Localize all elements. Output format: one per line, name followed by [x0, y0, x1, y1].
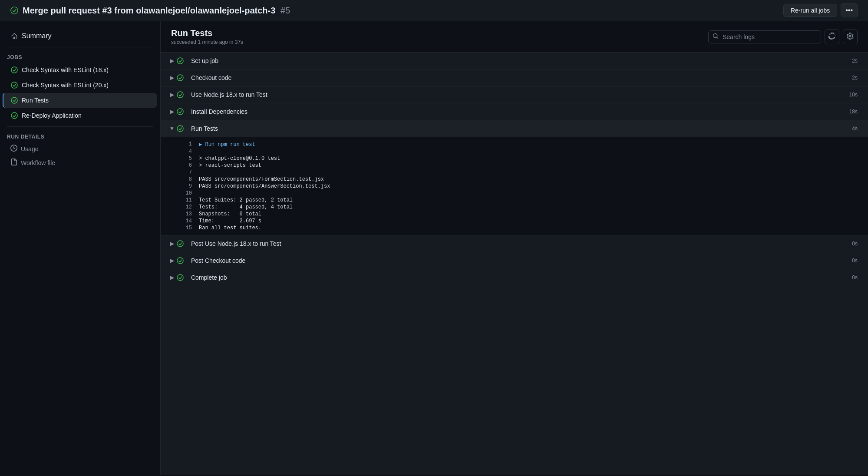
jobs-list: Check Syntax with ESLint (18.x) Check Sy…: [0, 63, 160, 123]
run-detail-usage[interactable]: Usage: [3, 142, 157, 155]
log-line-num: 9: [178, 183, 192, 189]
svg-point-1: [11, 67, 17, 73]
log-line-num: 8: [178, 176, 192, 182]
step-name: Install Dependencies: [191, 108, 849, 115]
log-line-content: PASS src/components/FormSection.test.jsx: [199, 176, 861, 182]
log-line-num: 6: [178, 162, 192, 169]
job-status-icon: [10, 112, 18, 119]
job-status-icon: [10, 96, 18, 104]
svg-point-12: [177, 274, 183, 281]
step-time: 18s: [849, 109, 858, 115]
svg-point-6: [177, 75, 183, 81]
step-row-step-7[interactable]: ▶ Post Checkout code 0s: [161, 252, 868, 269]
steps-container: ▶ Set up job 2s ▶ Checkout code 2s ▶ Use: [161, 53, 868, 475]
step-expand-button[interactable]: ▶: [168, 274, 176, 281]
step-time: 2s: [852, 75, 858, 81]
log-line-content: Tests: 4 passed, 4 total: [199, 204, 861, 210]
step-status-icon: [176, 74, 184, 82]
log-line: 8 PASS src/components/FormSection.test.j…: [161, 176, 868, 183]
log-line-num: 10: [178, 190, 192, 196]
log-line: 4: [161, 148, 868, 155]
steps-list: ▶ Set up job 2s ▶ Checkout code 2s ▶ Use: [161, 53, 868, 286]
svg-point-5: [177, 58, 183, 64]
log-line: 10: [161, 190, 868, 197]
svg-point-3: [11, 97, 17, 103]
step-row-step-1[interactable]: ▶ Set up job 2s: [161, 53, 868, 69]
clock-icon: [10, 145, 17, 153]
step-expand-button[interactable]: ▶: [168, 241, 176, 247]
job-label: Check Syntax with ESLint (18.x): [22, 66, 109, 73]
step-name: Complete job: [191, 274, 852, 281]
more-options-button[interactable]: •••: [841, 3, 858, 17]
step-status-icon: [176, 274, 184, 281]
step-status-icon: [176, 125, 184, 132]
step-row-step-8[interactable]: ▶ Complete job 0s: [161, 269, 868, 286]
job-subtitle: succeeded 1 minute ago in 37s: [171, 39, 243, 45]
step-status-icon: [176, 257, 184, 264]
step-expand-button[interactable]: ▶: [168, 92, 176, 98]
step-time: 0s: [852, 241, 858, 247]
sidebar-item-job-3[interactable]: Run Tests: [3, 93, 157, 108]
log-line-num: 14: [178, 218, 192, 224]
log-output-step-5: 1 ▶ Run npm run test 4 5 > chatgpt-clone…: [161, 137, 868, 235]
log-line-content: Ran all test suites.: [199, 225, 861, 231]
svg-point-11: [177, 258, 183, 264]
step-row-step-5[interactable]: ▼ Run Tests 4s: [161, 120, 868, 137]
log-line-num: 5: [178, 155, 192, 162]
search-logs-input[interactable]: [708, 30, 821, 43]
job-status-icon: [10, 81, 18, 89]
sidebar-item-job-2[interactable]: Check Syntax with ESLint (20.x): [3, 78, 157, 93]
job-header: Run Tests succeeded 1 minute ago in 37s: [161, 21, 868, 53]
svg-point-0: [11, 7, 18, 14]
settings-button[interactable]: [843, 30, 858, 44]
log-line-num: 11: [178, 197, 192, 203]
step-expand-button[interactable]: ▶: [168, 75, 176, 81]
sidebar-item-summary[interactable]: Summary: [3, 29, 157, 43]
refresh-button[interactable]: [825, 30, 839, 44]
log-line-num: 15: [178, 225, 192, 231]
step-expand-button[interactable]: ▶: [168, 258, 176, 264]
log-line: 14 Time: 2.697 s: [161, 218, 868, 225]
svg-point-4: [11, 112, 17, 119]
run-detail-label: Usage: [21, 145, 38, 152]
file-icon: [10, 159, 17, 167]
job-header-right: [708, 30, 858, 44]
svg-point-10: [177, 241, 183, 247]
step-name: Checkout code: [191, 74, 852, 81]
search-icon: [713, 33, 719, 40]
log-line-content: > chatgpt-clone@0.1.0 test: [199, 155, 861, 162]
step-time: 0s: [852, 274, 858, 281]
sidebar-item-job-4[interactable]: Re-Deploy Application: [3, 108, 157, 123]
top-bar-right: Re-run all jobs •••: [783, 3, 858, 17]
search-logs-container: [708, 30, 821, 43]
rerun-all-jobs-button[interactable]: Re-run all jobs: [783, 4, 837, 17]
step-status-icon: [176, 240, 184, 248]
step-row-step-2[interactable]: ▶ Checkout code 2s: [161, 69, 868, 86]
run-detail-workflow[interactable]: Workflow file: [3, 156, 157, 169]
step-expand-button[interactable]: ▶: [168, 109, 176, 115]
step-name: Run Tests: [191, 125, 852, 132]
step-expand-button[interactable]: ▶: [168, 58, 176, 64]
step-status-icon: [176, 57, 184, 65]
log-line: 12 Tests: 4 passed, 4 total: [161, 204, 868, 211]
log-line-content: Time: 2.697 s: [199, 218, 861, 224]
log-line: 1 ▶ Run npm run test: [161, 141, 868, 148]
step-expand-button[interactable]: ▼: [168, 126, 176, 132]
jobs-section-title: Jobs: [0, 51, 160, 62]
step-status-icon: [176, 108, 184, 116]
run-details-section-title: Run details: [0, 130, 160, 142]
log-line: 13 Snapshots: 0 total: [161, 211, 868, 218]
main-layout: Summary Jobs Check Syntax with ESLint (1…: [0, 21, 868, 475]
step-row-step-4[interactable]: ▶ Install Dependencies 18s: [161, 103, 868, 120]
step-row-step-6[interactable]: ▶ Post Use Node.js 18.x to run Test 0s: [161, 235, 868, 252]
sidebar-divider-2: [7, 126, 153, 127]
log-line: 7: [161, 169, 868, 176]
step-row-step-3[interactable]: ▶ Use Node.js 18.x to run Test 10s: [161, 86, 868, 103]
job-header-left: Run Tests succeeded 1 minute ago in 37s: [171, 28, 243, 45]
top-bar-left: Merge pull request #3 from olawanlejoel/…: [10, 6, 290, 16]
job-title: Run Tests: [171, 28, 243, 38]
svg-point-8: [177, 109, 183, 115]
summary-label: Summary: [22, 32, 51, 40]
log-line-num: 12: [178, 204, 192, 210]
sidebar-item-job-1[interactable]: Check Syntax with ESLint (18.x): [3, 63, 157, 77]
